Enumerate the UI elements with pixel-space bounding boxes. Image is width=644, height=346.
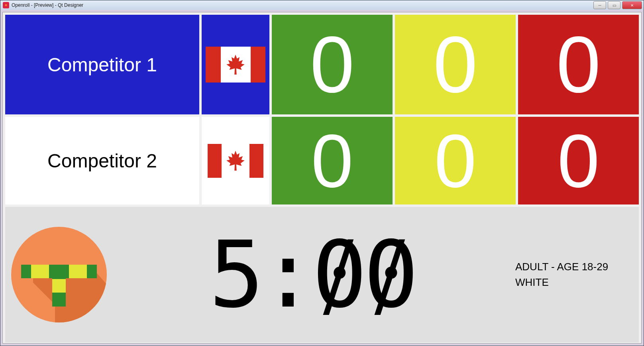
competitor2-penalties-value: 0 [558, 123, 600, 199]
canada-flag-icon [208, 144, 263, 178]
canada-flag-icon [206, 47, 265, 83]
window-buttons: ─ ▭ ✕ [593, 1, 642, 9]
competitor2-advantages[interactable]: 0 [395, 117, 516, 204]
competitor2-row: Competitor 2 0 [5, 117, 639, 204]
timer-value: 5:0/0/ [209, 222, 415, 328]
svg-rect-7 [52, 279, 66, 293]
maximize-button[interactable]: ▭ [608, 1, 620, 9]
minimize-button[interactable]: ─ [593, 1, 606, 9]
division-info: ADULT - AGE 18-29 WHITE [515, 259, 631, 290]
maple-leaf-icon [226, 151, 245, 171]
competitor1-flag-cell[interactable] [202, 15, 269, 114]
app-icon [3, 2, 9, 8]
competitor1-penalties-value: 0 [556, 25, 601, 104]
client-area: Competitor 1 0 [0, 10, 644, 346]
bottom-panel: 5:0/0/ ADULT - AGE 18-29 WHITE [5, 207, 639, 342]
match-timer[interactable]: 5:0/0/ [117, 222, 507, 328]
competitor1-points-value: 0 [310, 25, 354, 104]
competitor1-name: Competitor 1 [47, 54, 157, 76]
titlebar[interactable]: Openroll - [Preview] - Qt Designer ─ ▭ ✕ [0, 0, 644, 10]
division-age: ADULT - AGE 18-29 [515, 259, 631, 275]
svg-rect-5 [69, 265, 87, 278]
division-belt: WHITE [515, 275, 631, 290]
tshirt-logo-icon [9, 225, 109, 324]
competitor1-advantages[interactable]: 0 [395, 15, 516, 114]
close-button[interactable]: ✕ [622, 1, 642, 9]
competitor2-penalties[interactable]: 0 [518, 117, 639, 204]
competitor2-name: Competitor 2 [47, 150, 157, 172]
competitor1-advantages-value: 0 [433, 25, 477, 104]
competitor1-row: Competitor 1 0 [5, 15, 639, 114]
competitor1-points[interactable]: 0 [272, 15, 393, 114]
app-logo [9, 225, 109, 324]
window-frame: Openroll - [Preview] - Qt Designer ─ ▭ ✕… [0, 0, 644, 346]
window-title: Openroll - [Preview] - Qt Designer [12, 2, 83, 8]
scoreboard: Competitor 1 0 [2, 12, 642, 344]
competitor2-name-cell[interactable]: Competitor 2 [5, 117, 199, 204]
competitor1-name-cell[interactable]: Competitor 1 [5, 15, 199, 114]
svg-rect-4 [31, 265, 49, 278]
competitor2-points-value: 0 [311, 123, 353, 199]
competitor2-advantages-value: 0 [434, 123, 477, 199]
competitor1-penalties[interactable]: 0 [518, 15, 639, 114]
competitor2-points[interactable]: 0 [272, 117, 393, 204]
maple-leaf-icon [226, 55, 245, 75]
competitor2-flag-cell[interactable] [202, 117, 269, 204]
